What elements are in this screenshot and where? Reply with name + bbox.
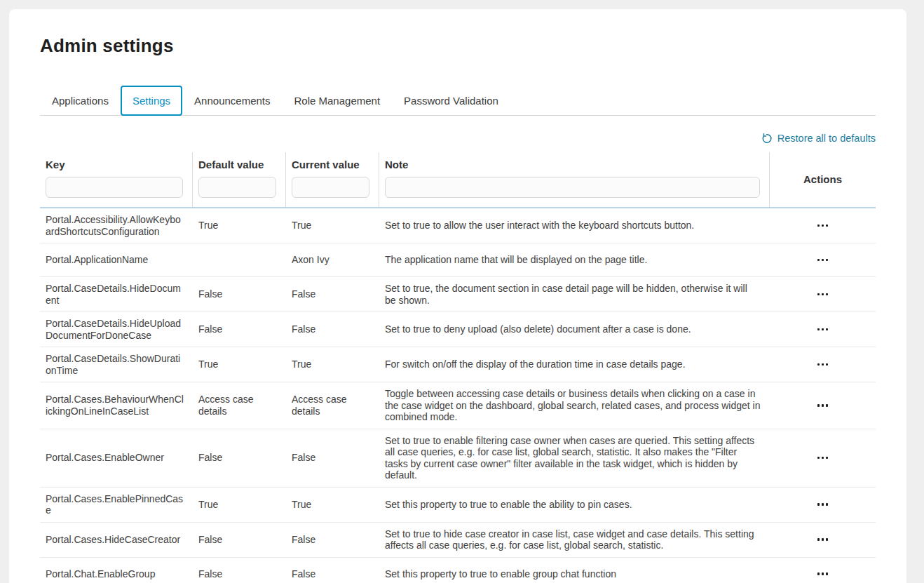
row-actions-menu-button[interactable] bbox=[810, 288, 836, 302]
setting-current-value: False bbox=[286, 283, 379, 306]
setting-default-value: True bbox=[193, 493, 286, 516]
setting-actions bbox=[770, 492, 876, 517]
column-label-note: Note bbox=[385, 159, 760, 171]
table-row: Portal.CaseDetails.HideDocument False Fa… bbox=[40, 277, 876, 312]
ellipsis-icon bbox=[817, 538, 820, 541]
settings-table: Key Default value Current value Note Act… bbox=[40, 152, 876, 583]
setting-actions bbox=[770, 393, 876, 418]
column-header-default-value: Default value bbox=[193, 152, 286, 207]
ellipsis-icon bbox=[817, 225, 820, 227]
setting-default-value: False bbox=[193, 528, 286, 551]
setting-actions bbox=[770, 561, 876, 583]
setting-note: Set to true to allow the user interact w… bbox=[379, 214, 770, 237]
restore-all-to-defaults-link[interactable]: Restore all to defaults bbox=[761, 133, 876, 145]
toolbar: Restore all to defaults bbox=[40, 130, 876, 146]
setting-key: Portal.CaseDetails.HideDocument bbox=[40, 277, 193, 311]
tab-settings[interactable]: Settings bbox=[121, 86, 182, 116]
setting-key: Portal.ApplicationName bbox=[40, 248, 193, 272]
setting-note: Set to true, the document section in cas… bbox=[379, 277, 770, 311]
setting-default-value: True bbox=[193, 214, 286, 237]
column-label-current-value: Current value bbox=[292, 159, 369, 171]
row-actions-menu-button[interactable] bbox=[810, 358, 836, 372]
column-header-current-value: Current value bbox=[286, 152, 379, 207]
setting-key: Portal.Cases.BehaviourWhenClickingOnLine… bbox=[40, 388, 193, 422]
tab-announcements[interactable]: Announcements bbox=[182, 86, 282, 116]
row-actions-menu-button[interactable] bbox=[810, 219, 836, 233]
setting-key: Portal.Cases.EnableOwner bbox=[40, 446, 193, 469]
column-header-actions: Actions bbox=[770, 152, 876, 207]
filter-note-input[interactable] bbox=[385, 177, 760, 198]
setting-actions bbox=[770, 317, 876, 342]
admin-settings-card: Admin settings Applications Settings Ann… bbox=[9, 9, 906, 583]
row-actions-menu-button[interactable] bbox=[810, 253, 836, 267]
setting-key: Portal.Chat.EnableGroup bbox=[40, 563, 193, 583]
setting-note: For switch on/off the display of the dur… bbox=[379, 353, 770, 376]
column-label-default-value: Default value bbox=[198, 159, 276, 171]
table-row: Portal.Cases.EnableOwner False False Set… bbox=[40, 429, 876, 488]
filter-default-value-input[interactable] bbox=[198, 177, 276, 198]
setting-note: The application name that will be displa… bbox=[379, 248, 770, 272]
setting-note: Set this property to true to enable grou… bbox=[379, 563, 770, 583]
setting-note: Toggle between accessing case details or… bbox=[379, 382, 770, 429]
table-row: Portal.Accessibility.AllowKeyboardShortc… bbox=[40, 208, 876, 243]
setting-key: Portal.Cases.EnablePinnedCase bbox=[40, 488, 193, 522]
tab-applications[interactable]: Applications bbox=[40, 86, 121, 116]
setting-current-value: Axon Ivy bbox=[286, 248, 379, 272]
setting-current-value: False bbox=[286, 446, 379, 469]
setting-actions bbox=[770, 445, 876, 471]
table-row: Portal.Cases.EnablePinnedCase True True … bbox=[40, 488, 876, 523]
setting-default-value: False bbox=[193, 283, 286, 306]
page-title: Admin settings bbox=[40, 9, 876, 57]
ellipsis-icon bbox=[817, 503, 820, 506]
table-header: Key Default value Current value Note Act… bbox=[40, 152, 876, 208]
tab-bar: Applications Settings Announcements Role… bbox=[40, 86, 876, 116]
column-header-note: Note bbox=[379, 152, 770, 207]
setting-default-value: True bbox=[193, 353, 286, 376]
setting-default-value: False bbox=[193, 446, 286, 469]
setting-default-value: False bbox=[193, 563, 286, 583]
table-body: Portal.Accessibility.AllowKeyboardShortc… bbox=[40, 208, 876, 583]
setting-note: Set to true to deny upload (also delete)… bbox=[379, 318, 770, 341]
table-row: Portal.Cases.HideCaseCreator False False… bbox=[40, 523, 876, 558]
setting-default-value bbox=[193, 255, 286, 266]
ellipsis-icon bbox=[817, 363, 820, 366]
setting-current-value: True bbox=[286, 353, 379, 376]
restore-icon bbox=[761, 133, 773, 145]
table-row: Portal.ApplicationName Axon Ivy The appl… bbox=[40, 243, 876, 277]
setting-key: Portal.CaseDetails.HideUploadDocumentFor… bbox=[40, 312, 193, 347]
table-row: Portal.Chat.EnableGroup False False Set … bbox=[40, 558, 876, 583]
ellipsis-icon bbox=[817, 328, 820, 331]
ellipsis-icon bbox=[817, 457, 820, 460]
ellipsis-icon bbox=[817, 259, 820, 262]
tab-password-validation[interactable]: Password Validation bbox=[392, 86, 510, 116]
row-actions-menu-button[interactable] bbox=[810, 497, 836, 511]
ellipsis-icon bbox=[817, 572, 820, 575]
filter-current-value-input[interactable] bbox=[292, 177, 369, 198]
tab-role-management[interactable]: Role Management bbox=[283, 86, 393, 116]
setting-actions bbox=[770, 213, 876, 239]
table-row: Portal.Cases.BehaviourWhenClickingOnLine… bbox=[40, 382, 876, 429]
ellipsis-icon bbox=[817, 404, 820, 407]
setting-current-value: False bbox=[286, 563, 379, 583]
setting-note: Set to true to hide case creator in case… bbox=[379, 523, 770, 557]
setting-actions bbox=[770, 282, 876, 307]
row-actions-menu-button[interactable] bbox=[810, 398, 836, 413]
setting-current-value: True bbox=[286, 214, 379, 237]
table-row: Portal.CaseDetails.ShowDurationTime True… bbox=[40, 347, 876, 382]
setting-key: Portal.Cases.HideCaseCreator bbox=[40, 528, 193, 551]
filter-key-input[interactable] bbox=[46, 177, 183, 198]
setting-note: Set this property to true to enable the … bbox=[379, 493, 770, 516]
row-actions-menu-button[interactable] bbox=[810, 323, 836, 337]
setting-default-value: Access case details bbox=[193, 388, 286, 422]
row-actions-menu-button[interactable] bbox=[810, 451, 836, 465]
setting-current-value: False bbox=[286, 528, 379, 551]
restore-all-label: Restore all to defaults bbox=[777, 133, 876, 144]
setting-actions bbox=[770, 527, 876, 552]
setting-actions bbox=[770, 248, 876, 273]
setting-default-value: False bbox=[193, 318, 286, 341]
column-label-key: Key bbox=[46, 159, 183, 171]
row-actions-menu-button[interactable] bbox=[810, 567, 836, 581]
row-actions-menu-button[interactable] bbox=[810, 532, 836, 547]
table-row: Portal.CaseDetails.HideUploadDocumentFor… bbox=[40, 312, 876, 347]
setting-current-value: Access case details bbox=[286, 388, 379, 422]
